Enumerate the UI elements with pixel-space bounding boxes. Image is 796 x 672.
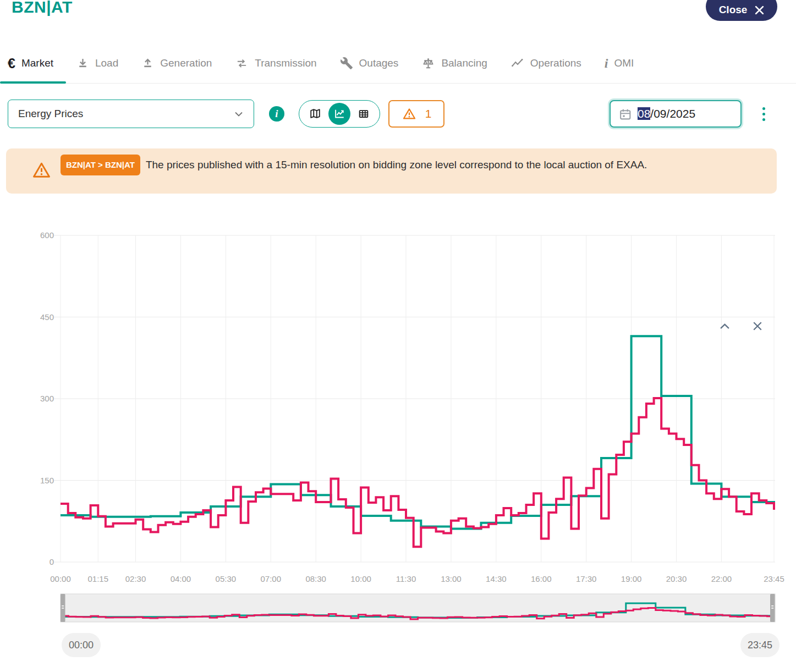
nav-tabs: € Market Load Generation Transmission bbox=[8, 52, 634, 75]
more-options-button[interactable] bbox=[757, 102, 770, 125]
chevron-up-icon bbox=[720, 323, 730, 329]
close-button[interactable]: Close bbox=[706, 0, 777, 21]
tab-label: OMI bbox=[614, 57, 634, 69]
dataset-select[interactable]: Energy Prices bbox=[8, 100, 254, 128]
x-axis-tick-label: 20:30 bbox=[666, 574, 687, 583]
tab-label: Generation bbox=[160, 57, 212, 69]
kebab-dot bbox=[762, 107, 765, 110]
trend-line-icon bbox=[510, 57, 524, 70]
tab-label: Outages bbox=[359, 57, 399, 69]
tab-balancing[interactable]: Balancing bbox=[421, 57, 487, 70]
tab-load[interactable]: Load bbox=[76, 57, 118, 70]
x-axis-tick-label: 05:30 bbox=[216, 574, 237, 583]
warning-banner-message: BZN|AT > BZN|ATThe prices published with… bbox=[61, 155, 696, 176]
tab-market[interactable]: € Market bbox=[8, 57, 53, 70]
banner-close-button[interactable] bbox=[748, 316, 767, 336]
warning-count: 1 bbox=[425, 107, 432, 120]
y-axis-tick-label: 150 bbox=[40, 476, 54, 485]
info-icon: i bbox=[275, 108, 278, 120]
date-input[interactable]: 08/09/2025 bbox=[610, 100, 742, 128]
range-start-label: 00:00 bbox=[62, 633, 101, 657]
energy-market-dashboard: 015030045060000:0001:1502:3004:0005:3007… bbox=[0, 0, 796, 672]
x-axis-tick-label: 23:45 bbox=[764, 574, 784, 583]
handle-grip bbox=[771, 608, 773, 609]
x-axis-tick-label: 01:15 bbox=[87, 574, 108, 583]
x-axis-tick-label: 00:00 bbox=[50, 574, 71, 583]
tab-label: Load bbox=[95, 57, 118, 69]
y-axis-tick-label: 600 bbox=[40, 230, 54, 240]
chart-grid: 015030045060000:0001:1502:3004:0005:3007… bbox=[40, 230, 784, 583]
dataset-select-value: Energy Prices bbox=[18, 108, 83, 120]
view-toggle-group bbox=[299, 100, 380, 128]
y-axis-tick-label: 300 bbox=[40, 394, 54, 403]
date-value: 08/09/2025 bbox=[638, 107, 695, 120]
scales-icon bbox=[421, 57, 435, 70]
table-view-button[interactable] bbox=[354, 104, 373, 123]
close-icon bbox=[753, 321, 762, 331]
handle-grip bbox=[62, 605, 64, 607]
tab-label: Balancing bbox=[441, 57, 487, 69]
warning-text: The prices published with a 15-min resol… bbox=[146, 159, 647, 170]
quarter-hourly-series-line bbox=[61, 398, 775, 547]
range-end-label: 23:45 bbox=[740, 633, 779, 657]
close-button-label: Close bbox=[719, 4, 748, 16]
kebab-dot bbox=[762, 113, 765, 115]
x-axis-tick-label: 04:00 bbox=[171, 574, 191, 583]
x-axis-tick-label: 11:30 bbox=[396, 574, 416, 583]
tab-label: Operations bbox=[530, 57, 581, 69]
wrench-icon bbox=[340, 57, 353, 70]
kebab-dot bbox=[762, 118, 765, 121]
map-view-button[interactable] bbox=[306, 104, 325, 123]
banner-collapse-button[interactable] bbox=[715, 316, 734, 336]
download-arrow-icon bbox=[76, 57, 89, 70]
chevron-down-icon bbox=[235, 112, 243, 117]
warning-banner: BZN|AT > BZN|ATThe prices published with… bbox=[6, 148, 777, 194]
x-axis-tick-label: 10:00 bbox=[350, 574, 371, 583]
tab-omi[interactable]: i OMI bbox=[605, 56, 634, 71]
chart-navigator bbox=[61, 594, 775, 622]
x-axis-tick-label: 02:30 bbox=[125, 574, 146, 583]
x-axis-tick-label: 07:00 bbox=[261, 574, 282, 583]
info-button[interactable]: i bbox=[269, 106, 284, 122]
x-axis-tick-label: 14:30 bbox=[486, 574, 507, 583]
calendar-icon bbox=[618, 107, 632, 121]
warning-triangle-icon bbox=[402, 107, 417, 121]
x-axis-tick-label: 16:00 bbox=[531, 574, 552, 583]
date-selected-segment: 08 bbox=[638, 107, 650, 120]
tabs-divider bbox=[0, 83, 796, 84]
tab-label: Market bbox=[21, 57, 53, 69]
y-axis-tick-label: 450 bbox=[40, 312, 54, 322]
tab-label: Transmission bbox=[255, 57, 316, 69]
euro-icon: € bbox=[8, 57, 15, 70]
zone-badge: BZN|AT > BZN|AT bbox=[61, 155, 140, 175]
upload-arrow-icon bbox=[141, 57, 154, 70]
handle-grip bbox=[62, 608, 64, 609]
x-axis-tick-label: 08:30 bbox=[305, 574, 326, 583]
tab-generation[interactable]: Generation bbox=[141, 57, 212, 70]
table-icon bbox=[358, 108, 370, 120]
date-remainder: /09/2025 bbox=[650, 107, 695, 120]
tab-outages[interactable]: Outages bbox=[340, 57, 399, 70]
chart-view-button[interactable] bbox=[328, 103, 350, 125]
x-axis-tick-label: 13:00 bbox=[441, 574, 462, 583]
tab-transmission[interactable]: Transmission bbox=[235, 57, 316, 70]
handle-grip bbox=[771, 605, 773, 607]
warnings-button[interactable]: 1 bbox=[388, 100, 444, 128]
x-axis-tick-label: 22:00 bbox=[711, 574, 732, 583]
warning-triangle-icon bbox=[31, 161, 52, 180]
line-chart-icon bbox=[333, 108, 345, 120]
transfer-arrows-icon bbox=[235, 57, 249, 70]
active-tab-indicator bbox=[0, 81, 66, 84]
close-icon bbox=[755, 5, 764, 15]
y-axis-tick-label: 0 bbox=[50, 557, 54, 566]
italic-i-icon: i bbox=[605, 56, 608, 71]
map-icon bbox=[309, 108, 321, 120]
x-axis-tick-label: 17:30 bbox=[576, 574, 597, 583]
tab-operations[interactable]: Operations bbox=[510, 57, 581, 70]
x-axis-tick-label: 19:00 bbox=[621, 574, 642, 583]
page-title: BZN|AT bbox=[12, 0, 73, 16]
